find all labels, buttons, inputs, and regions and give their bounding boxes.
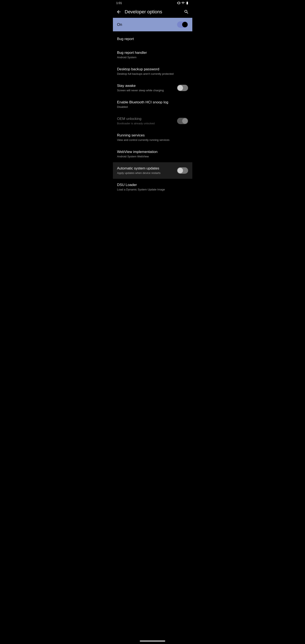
settings-list: Bug report Bug report handler Android Sy… [113, 31, 192, 195]
settings-item-dsu-loader[interactable]: DSU Loader Load a Dynamic System Update … [113, 179, 192, 195]
settings-item-automatic-system-updates[interactable]: Automatic system updates Apply updates w… [113, 162, 192, 179]
settings-item-content-bug-report-handler: Bug report handler Android System [117, 50, 188, 59]
status-icons [177, 1, 189, 5]
dev-options-toggle-label: On [117, 22, 122, 27]
toggle-automatic-system-updates[interactable] [177, 167, 188, 174]
search-icon [184, 9, 189, 14]
toggle-thumb [182, 22, 188, 27]
settings-item-subtitle-running-services: View and control currently running servi… [117, 138, 186, 142]
settings-item-enable-bluetooth-hci-snoop-log[interactable]: Enable Bluetooth HCI snoop log Disabled [113, 96, 192, 113]
settings-item-title-enable-bluetooth-hci-snoop-log: Enable Bluetooth HCI snoop log [117, 100, 186, 105]
toggle-thumb [178, 85, 183, 91]
back-button[interactable] [114, 8, 123, 16]
settings-item-content-oem-unlocking: OEM unlocking Bootloader is already unlo… [117, 116, 177, 126]
bottom-nav-indicator [140, 640, 165, 642]
toggle-thumb [182, 118, 188, 124]
settings-item-title-running-services: Running services [117, 133, 186, 138]
settings-item-subtitle-dsu-loader: Load a Dynamic System Update Image [117, 188, 186, 192]
settings-item-title-bug-report-handler: Bug report handler [117, 50, 186, 55]
settings-item-subtitle-bug-report-handler: Android System [117, 56, 186, 59]
search-button[interactable] [182, 8, 190, 16]
settings-item-title-desktop-backup-password: Desktop backup password [117, 67, 186, 72]
settings-item-subtitle-desktop-backup-password: Desktop full backups aren't currently pr… [117, 72, 186, 76]
settings-item-content-dsu-loader: DSU Loader Load a Dynamic System Update … [117, 182, 188, 192]
vibrate-icon [177, 1, 180, 5]
settings-item-content-bug-report: Bug report [117, 37, 188, 41]
wifi-icon [181, 1, 185, 5]
app-bar: Developer options [113, 6, 192, 18]
status-time: 1:01 [116, 1, 122, 5]
settings-item-title-bug-report: Bug report [117, 37, 186, 41]
settings-item-title-automatic-system-updates: Automatic system updates [117, 166, 174, 171]
settings-item-content-automatic-system-updates: Automatic system updates Apply updates w… [117, 166, 177, 175]
toggle-stay-awake[interactable] [177, 85, 188, 91]
dev-options-toggle-banner[interactable]: On [113, 18, 192, 31]
settings-item-title-oem-unlocking: OEM unlocking [117, 116, 174, 121]
settings-item-webview-implementation[interactable]: WebView implementation Android System We… [113, 146, 192, 162]
settings-item-stay-awake[interactable]: Stay awake Screen will never sleep while… [113, 80, 192, 96]
bottom-bar [113, 638, 192, 644]
settings-item-content-enable-bluetooth-hci-snoop-log: Enable Bluetooth HCI snoop log Disabled [117, 100, 188, 109]
settings-item-bug-report-handler[interactable]: Bug report handler Android System [113, 46, 192, 63]
toggle-thumb [178, 168, 183, 173]
settings-item-content-running-services: Running services View and control curren… [117, 133, 188, 142]
battery-icon [186, 1, 189, 5]
settings-item-subtitle-oem-unlocking: Bootloader is already unlocked [117, 122, 174, 126]
settings-item-subtitle-enable-bluetooth-hci-snoop-log: Disabled [117, 105, 186, 109]
settings-item-oem-unlocking[interactable]: OEM unlocking Bootloader is already unlo… [113, 113, 192, 129]
status-bar: 1:01 [113, 0, 192, 6]
settings-item-title-dsu-loader: DSU Loader [117, 182, 186, 187]
toggle-oem-unlocking[interactable] [177, 118, 188, 124]
settings-item-subtitle-webview-implementation: Android System WebView [117, 155, 186, 158]
settings-item-content-webview-implementation: WebView implementation Android System We… [117, 150, 188, 158]
settings-item-subtitle-stay-awake: Screen will never sleep while charging [117, 89, 174, 92]
back-arrow-icon [116, 9, 121, 14]
settings-item-title-stay-awake: Stay awake [117, 84, 174, 88]
settings-item-title-webview-implementation: WebView implementation [117, 150, 186, 154]
settings-item-desktop-backup-password[interactable]: Desktop backup password Desktop full bac… [113, 63, 192, 80]
settings-item-running-services[interactable]: Running services View and control curren… [113, 129, 192, 146]
settings-item-subtitle-automatic-system-updates: Apply updates when device restarts [117, 172, 174, 175]
page-title: Developer options [123, 9, 182, 14]
settings-item-bug-report[interactable]: Bug report [113, 31, 192, 46]
settings-item-content-desktop-backup-password: Desktop backup password Desktop full bac… [117, 67, 188, 76]
dev-options-toggle[interactable] [177, 22, 188, 28]
settings-item-content-stay-awake: Stay awake Screen will never sleep while… [117, 84, 177, 92]
